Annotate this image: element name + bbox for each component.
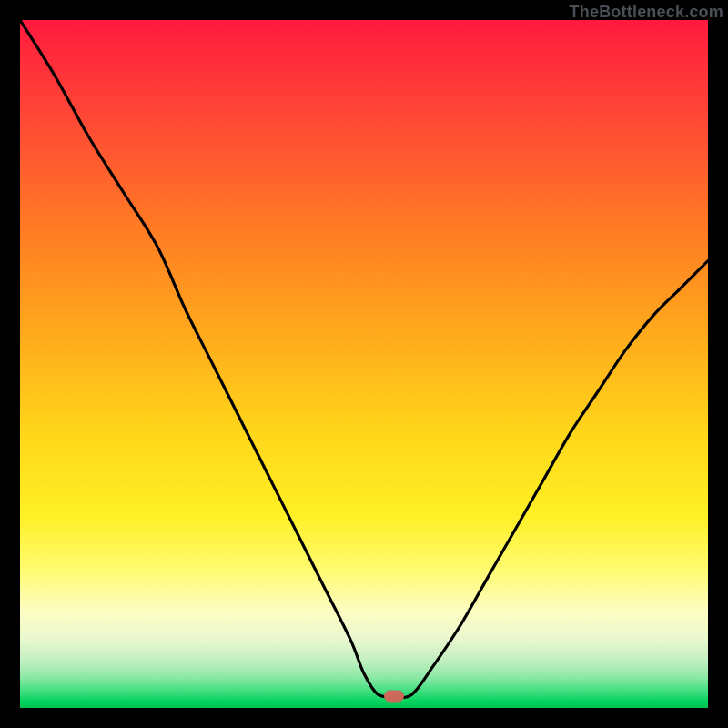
attribution-label: TheBottleneck.com xyxy=(570,3,723,22)
bottleneck-curve xyxy=(20,20,708,708)
plot-area xyxy=(20,20,708,708)
optimal-point-marker xyxy=(384,691,404,703)
outer-frame: TheBottleneck.com xyxy=(0,0,728,728)
